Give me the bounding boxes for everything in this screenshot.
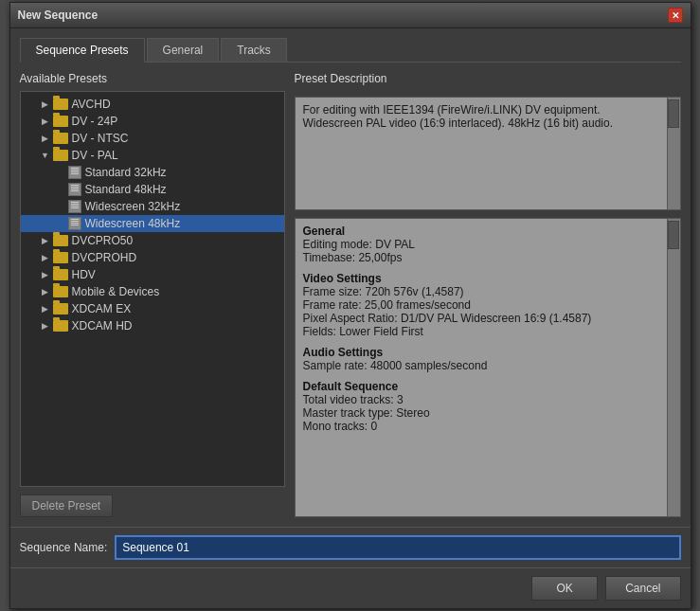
description-scrollbar[interactable] — [667, 98, 680, 209]
tree-item-xdcamex[interactable]: XDCAM EX — [21, 300, 284, 317]
scrollbar-thumb — [668, 99, 679, 128]
tab-tracks[interactable]: Tracks — [221, 38, 287, 62]
tree-item-standard48[interactable]: Standard 48kHz — [21, 181, 284, 198]
frame-size-row: Frame size: 720h 576v (1,4587) — [303, 285, 659, 298]
dialog-title: New Sequence — [18, 9, 99, 22]
buttons-row: OK Cancel — [10, 567, 691, 608]
folder-icon-dvpal — [53, 150, 68, 161]
arrow-dvntsc — [40, 133, 51, 144]
mono-tracks-value: 0 — [371, 420, 378, 433]
label-xdcamex: XDCAM EX — [72, 302, 132, 315]
label-wide32: Widescreen 32kHz — [85, 200, 181, 213]
folder-icon-xdcamhd — [53, 320, 68, 332]
arrow-xdcamhd — [40, 320, 51, 332]
arrow-hdv — [40, 269, 51, 280]
delete-preset-button[interactable]: Delete Preset — [20, 494, 114, 517]
tree-item-hdv[interactable]: HDV — [21, 266, 284, 283]
label-dvntsc: DV - NTSC — [72, 132, 129, 145]
tree-item-mobile[interactable]: Mobile & Devices — [21, 283, 284, 300]
sequence-name-label: Sequence Name: — [20, 541, 108, 554]
frame-rate-value: 25,00 frames/second — [365, 298, 471, 312]
folder-icon-dv24p — [53, 116, 68, 127]
label-dv24p: DV - 24P — [72, 115, 118, 128]
arrow-dvcpro50 — [40, 235, 51, 246]
presets-tree[interactable]: AVCHD DV - 24P DV - NTSC — [20, 91, 285, 487]
tree-item-dvcprohd[interactable]: DVCPROHD — [21, 249, 284, 266]
total-video-tracks-row: Total video tracks: 3 — [303, 393, 659, 406]
general-section: General Editing mode: DV PAL Timebase: 2… — [303, 225, 659, 264]
label-dvcprohd: DVCPROHD — [72, 251, 137, 264]
file-icon-standard48 — [68, 183, 81, 196]
default-sequence-title: Default Sequence — [303, 380, 659, 393]
preset-description-text: For editing with IEEE1394 (FireWire/i.LI… — [303, 103, 659, 130]
label-standard48: Standard 48kHz — [85, 183, 167, 196]
folder-icon-mobile — [53, 286, 68, 297]
timebase-value: 25,00fps — [358, 251, 402, 264]
fields-value: Lower Field First — [339, 325, 423, 338]
tree-item-dvcpro50[interactable]: DVCPRO50 — [21, 232, 284, 249]
general-description-text: General Editing mode: DV PAL Timebase: 2… — [303, 225, 659, 433]
mono-tracks-row: Mono tracks: 0 — [303, 420, 659, 433]
pixel-aspect-row: Pixel Aspect Ratio: D1/DV PAL Widescreen… — [303, 312, 659, 325]
timebase-label: Timebase: — [303, 251, 356, 264]
tree-item-dvpal[interactable]: DV - PAL — [21, 147, 284, 164]
sample-rate-row: Sample rate: 48000 samples/second — [303, 359, 659, 372]
tree-item-dvntsc[interactable]: DV - NTSC — [21, 130, 284, 147]
tree-item-standard32[interactable]: Standard 32kHz — [21, 164, 284, 181]
timebase-row: Timebase: 25,00fps — [303, 251, 659, 264]
dialog-body: Sequence Presets General Tracks Availabl… — [10, 28, 691, 527]
fields-label: Fields: — [303, 325, 336, 338]
tab-sequence-presets[interactable]: Sequence Presets — [20, 38, 145, 63]
default-sequence-section: Default Sequence Total video tracks: 3 M… — [303, 380, 659, 433]
arrow-mobile — [40, 286, 51, 297]
general-section-title: General — [303, 225, 659, 238]
sequence-name-row: Sequence Name: — [10, 527, 691, 567]
folder-icon-dvntsc — [53, 133, 68, 144]
file-icon-standard32 — [68, 166, 81, 179]
total-video-tracks-value: 3 — [397, 393, 404, 406]
preset-description-title: Preset Description — [295, 72, 681, 85]
editing-mode-row: Editing mode: DV PAL — [303, 238, 659, 251]
sample-rate-value: 48000 samples/second — [370, 359, 487, 372]
pixel-aspect-value: D1/DV PAL Widescreen 16:9 (1.4587) — [401, 312, 591, 325]
tree-item-xdcamhd[interactable]: XDCAM HD — [21, 317, 284, 334]
tree-item-wide32[interactable]: Widescreen 32kHz — [21, 198, 284, 215]
tab-general[interactable]: General — [147, 38, 220, 62]
folder-icon-avchd — [53, 99, 68, 110]
title-bar: New Sequence ✕ — [10, 3, 691, 28]
cancel-button[interactable]: Cancel — [605, 576, 680, 601]
tree-item-wide48[interactable]: Widescreen 48kHz — [21, 215, 284, 232]
label-hdv: HDV — [72, 268, 96, 281]
label-xdcamhd: XDCAM HD — [72, 319, 133, 332]
arrow-xdcamex — [40, 303, 51, 314]
total-video-tracks-label: Total video tracks: — [303, 393, 394, 406]
preset-description-box: For editing with IEEE1394 (FireWire/i.LI… — [295, 97, 681, 210]
tree-item-dv24p[interactable]: DV - 24P — [21, 113, 284, 130]
fields-row: Fields: Lower Field First — [303, 325, 659, 338]
close-button[interactable]: ✕ — [668, 8, 683, 23]
frame-size-value: 720h 576v (1,4587) — [366, 285, 464, 298]
master-track-row: Master track type: Stereo — [303, 406, 659, 420]
folder-icon-hdv — [53, 269, 68, 280]
new-sequence-dialog: New Sequence ✕ Sequence Presets General … — [9, 2, 691, 609]
content-area: Available Presets AVCHD DV - 24P — [20, 72, 681, 517]
label-avchd: AVCHD — [72, 98, 111, 111]
label-standard32: Standard 32kHz — [85, 166, 167, 179]
editing-mode-value: DV PAL — [375, 238, 415, 251]
general-scrollbar-thumb — [668, 221, 679, 249]
frame-rate-label: Frame rate: — [303, 298, 362, 312]
arrow-avchd — [40, 99, 51, 110]
tree-item-avchd[interactable]: AVCHD — [21, 96, 284, 113]
ok-button[interactable]: OK — [531, 576, 598, 601]
mono-tracks-label: Mono tracks: — [303, 420, 368, 433]
label-dvpal: DV - PAL — [72, 149, 118, 162]
audio-settings-title: Audio Settings — [303, 346, 659, 359]
right-panel: Preset Description For editing with IEEE… — [295, 72, 681, 517]
audio-settings-section: Audio Settings Sample rate: 48000 sample… — [303, 346, 659, 372]
general-scrollbar[interactable] — [667, 219, 680, 516]
folder-icon-xdcamex — [53, 303, 68, 314]
frame-rate-row: Frame rate: 25,00 frames/second — [303, 298, 659, 312]
arrow-dvcprohd — [40, 252, 51, 263]
sequence-name-input[interactable] — [115, 535, 680, 560]
folder-icon-dvcprohd — [53, 252, 68, 263]
